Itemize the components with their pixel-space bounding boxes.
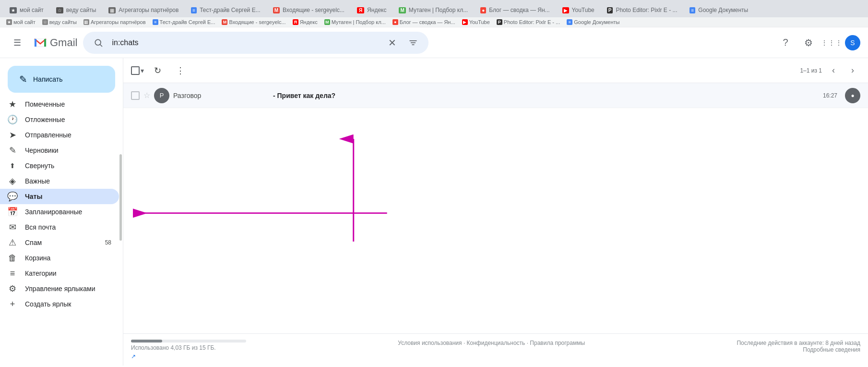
terms-link[interactable]: Условия использования xyxy=(398,340,462,346)
sender-name: Разговор xyxy=(173,92,269,99)
avatar[interactable]: S xyxy=(845,35,860,50)
next-page-button[interactable]: › xyxy=(845,63,860,78)
more-options-button[interactable]: ⋮ xyxy=(171,61,190,80)
bookmark-docs[interactable]: ≡ Google Документы xyxy=(564,18,622,26)
storage-bar-fill xyxy=(131,340,162,343)
content-footer: Использовано 4,03 ГБ из 15 ГБ. ↗ Условия… xyxy=(123,333,868,366)
tab-docs[interactable]: ≡ Google Документы xyxy=(684,3,754,17)
sidebar-item-label: Управление ярлыками xyxy=(25,285,111,293)
email-list: ☆ Р Разговор - Привет как дела? 16:27 ● xyxy=(123,83,868,333)
checkbox-dropdown-icon[interactable]: ▾ xyxy=(141,67,144,74)
sidebar-item-otlozhennye[interactable]: 🕐 Отложенные xyxy=(0,112,119,127)
tab-inbox[interactable]: M Входящие - sergeyelc... xyxy=(267,3,350,17)
tab-agregatory[interactable]: ▦ Агрегаторы партнёров xyxy=(103,3,184,17)
menu-button[interactable]: ☰ xyxy=(8,33,27,52)
settings-button[interactable]: ⚙ xyxy=(799,33,818,52)
tab-youtube[interactable]: ▶ YouTube xyxy=(557,3,600,17)
prev-page-button[interactable]: ‹ xyxy=(826,63,841,78)
list-toolbar: ▾ ↻ ⋮ 1–1 из 1 ‹ › xyxy=(123,58,868,83)
rules-link[interactable]: Правила программы xyxy=(530,340,585,346)
svg-rect-1 xyxy=(35,39,36,47)
sidebar-item-korzina[interactable]: 🗑 Корзина xyxy=(0,250,119,266)
external-link-icon[interactable]: ↗ xyxy=(131,353,246,360)
sidebar-item-label: Спам xyxy=(25,239,97,246)
sidebar-item-upravlenie-yarlykami[interactable]: ⚙ Управление ярлыками xyxy=(0,281,119,296)
help-button[interactable]: ? xyxy=(776,33,795,52)
sidebar-item-label: Помеченные xyxy=(25,100,111,108)
bookmark-mutagen[interactable]: M Мутаген | Подбор кл... xyxy=(322,18,388,26)
important-icon: ◈ xyxy=(8,176,17,186)
clear-search-icon[interactable]: ✕ xyxy=(384,35,400,50)
table-row[interactable]: ☆ Р Разговор - Привет как дела? 16:27 ● xyxy=(123,83,868,108)
avatar: Р xyxy=(154,88,169,103)
bookmark-yandex[interactable]: Я Яндекс xyxy=(290,18,320,26)
bookmark-agregatory[interactable]: ▦ Агрегаторы партнёров xyxy=(81,18,148,26)
tab-testdrive[interactable]: ≡ Тест-драйв Сергей Е... xyxy=(185,3,266,17)
tab-yandex[interactable]: Я Яндекс xyxy=(351,3,392,17)
collapse-icon: ⬆ xyxy=(8,161,17,171)
trash-icon: 🗑 xyxy=(8,253,17,263)
privacy-link[interactable]: Конфиденциальность xyxy=(467,340,525,346)
tab-mutagen[interactable]: M Мутаген | Подбор кл... xyxy=(393,3,474,17)
bookmark-moy-sayt[interactable]: ★ мой сайт xyxy=(4,18,38,26)
sidebar-item-zaplanirovannye[interactable]: 📅 Запланированные xyxy=(0,204,119,220)
tab-vedu-sayt[interactable]: ☆ веду сайты xyxy=(50,3,102,17)
sidebar-item-vazhnye[interactable]: ◈ Важные xyxy=(0,173,119,189)
refresh-button[interactable]: ↻ xyxy=(148,61,167,80)
sidebar-item-chaty[interactable]: 💬 Чаты xyxy=(0,189,119,204)
search-input[interactable] xyxy=(112,38,379,47)
add-label-icon: + xyxy=(8,299,17,309)
next-page-icon: › xyxy=(851,65,854,75)
search-bar[interactable]: ✕ xyxy=(83,32,428,54)
bookmark-pixlr[interactable]: P Photo Editor: Pixlr E - ... xyxy=(494,18,562,26)
sidebar-item-chernoviki[interactable]: ✎ Черновики xyxy=(0,143,119,158)
sidebar-item-kategorii[interactable]: ≡ Категории xyxy=(0,266,119,281)
apps-button[interactable]: ⋮⋮⋮ xyxy=(822,33,841,52)
select-all-checkbox[interactable] xyxy=(131,66,140,75)
details-link[interactable]: Подробные сведения xyxy=(803,346,860,353)
gmail-topbar: ☰ Gmail ✕ xyxy=(0,27,868,58)
bookmark-blog[interactable]: ● Блог — сводка — Ян... xyxy=(390,18,458,26)
sidebar-item-pomechennye[interactable]: ★ Помеченные xyxy=(0,97,119,112)
spam-icon: ⚠ xyxy=(8,238,17,247)
clock-icon: 🕐 xyxy=(8,115,17,124)
bookmark-testdrive[interactable]: ≡ Тест-драйв Сергей Е... xyxy=(150,18,218,26)
sidebar-item-label: Чаты xyxy=(25,193,111,200)
sidebar-item-otpravlennye[interactable]: ➤ Отправленные xyxy=(0,127,119,143)
footer-storage: Использовано 4,03 ГБ из 15 ГБ. ↗ xyxy=(131,340,246,360)
browser-tab-bar: ★ мой сайт ☆ веду сайты ▦ Агрегаторы пар… xyxy=(0,0,868,17)
compose-label: Написать xyxy=(33,75,62,83)
row-checkbox[interactable] xyxy=(131,91,140,100)
sidebar-scrollbar[interactable] xyxy=(119,154,122,241)
search-icon xyxy=(91,35,106,50)
tab-pixlr[interactable]: P Photo Editor: Pixlr E - ... xyxy=(601,3,683,17)
tab-moy-sayt[interactable]: ★ мой сайт xyxy=(4,3,49,17)
bookmark-youtube[interactable]: ▶ YouTube xyxy=(460,18,492,26)
sidebar-item-label: Запланированные xyxy=(25,208,111,216)
filter-icon[interactable] xyxy=(405,35,421,50)
help-icon: ? xyxy=(783,37,788,48)
sidebar-item-sozdat-yarlyk[interactable]: + Создать ярлык xyxy=(0,296,119,312)
bookmarks-bar: ★ мой сайт ☆ веду сайты ▦ Агрегаторы пар… xyxy=(0,17,868,27)
sidebar-item-label: Категории xyxy=(25,269,111,277)
tab-blog[interactable]: ● Блог — сводка — Ян... xyxy=(475,3,555,17)
pagination-info: 1–1 из 1 ‹ › xyxy=(800,63,860,78)
all-mail-icon: ✉ xyxy=(8,222,17,232)
sidebar-item-label: Создать ярлык xyxy=(25,300,111,308)
sidebar-item-label: Свернуть xyxy=(25,162,111,170)
gmail-logo-icon xyxy=(33,35,48,50)
sidebar-item-svernut[interactable]: ⬆ Свернуть xyxy=(0,158,119,173)
spam-count: 58 xyxy=(105,239,111,246)
send-icon: ➤ xyxy=(8,130,17,140)
svg-rect-2 xyxy=(44,39,46,47)
sidebar-item-vsya-pochta[interactable]: ✉ Вся почта xyxy=(0,220,119,235)
sidebar-item-label: Отправленные xyxy=(25,131,111,139)
bookmark-vedu-sayt[interactable]: ☆ веду сайты xyxy=(40,18,79,26)
gmail-main: ✎ Написать ★ Помеченные 🕐 Отложенные ➤ О… xyxy=(0,58,868,366)
footer-activity: Последние действия в аккаунте: 8 дней на… xyxy=(737,340,860,353)
compose-button[interactable]: ✎ Написать xyxy=(8,66,115,93)
bookmark-inbox[interactable]: M Входящие - sergeyelc... xyxy=(219,18,288,26)
star-button[interactable]: ☆ xyxy=(143,91,150,100)
sidebar-item-spam[interactable]: ⚠ Спам 58 xyxy=(0,235,119,250)
gmail-logo[interactable]: Gmail xyxy=(33,35,77,50)
